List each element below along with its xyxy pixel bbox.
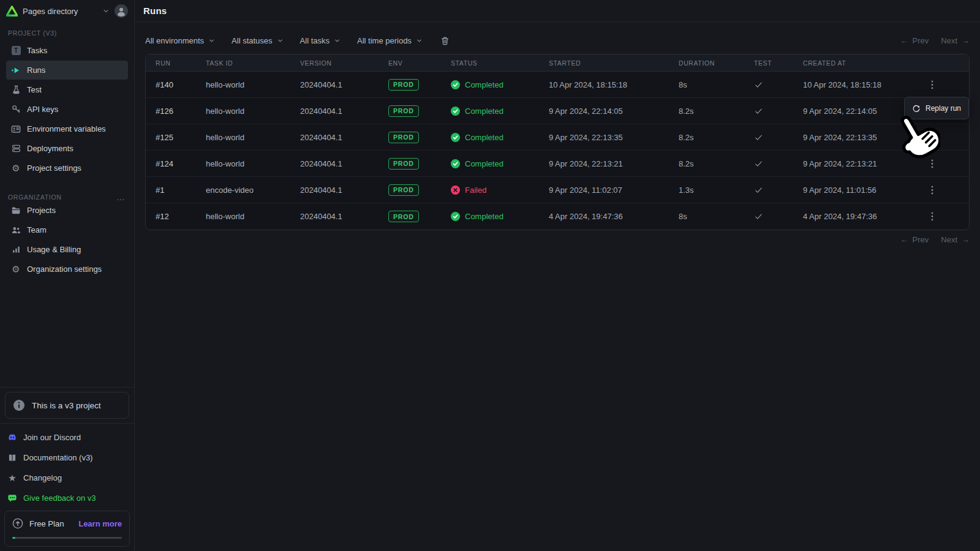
bar-chart-icon <box>11 245 21 255</box>
table-row[interactable]: #126 hello-world 20240404.1 PROD Complet… <box>146 98 969 124</box>
avatar[interactable] <box>115 4 128 18</box>
version: 20240404.1 <box>300 212 388 221</box>
test-cell <box>754 107 803 116</box>
prev-page-button[interactable]: ← Prev <box>900 235 929 244</box>
replay-run-button[interactable]: Replay run <box>904 97 969 119</box>
book-icon <box>7 453 17 463</box>
divider <box>0 387 134 388</box>
discord-icon <box>7 433 17 443</box>
run-id: #12 <box>156 212 206 221</box>
learn-more-link[interactable]: Learn more <box>78 519 122 528</box>
status-cell: Completed <box>451 107 549 116</box>
duration: 1.3s <box>679 186 754 195</box>
pagination-bottom: ← Prev Next → <box>145 235 970 244</box>
row-menu-button[interactable] <box>926 209 938 224</box>
table-row[interactable]: #124 hello-world 20240404.1 PROD Complet… <box>146 151 969 177</box>
test-check-icon <box>754 186 763 195</box>
row-menu-button[interactable] <box>926 156 938 171</box>
filter-time-periods[interactable]: All time periods <box>357 36 423 45</box>
table-row[interactable]: #1 encode-video 20240404.1 PROD Failed 9… <box>146 177 969 203</box>
check-circle-icon <box>451 80 460 89</box>
actions-cell <box>926 156 969 171</box>
key-icon <box>11 105 21 114</box>
chevron-down-icon <box>334 37 341 44</box>
team-icon <box>11 225 21 235</box>
runs-table: RUN TASK ID VERSION ENV STATUS STARTED D… <box>145 54 970 230</box>
sidebar-item-test[interactable]: Test <box>6 80 128 99</box>
filters: All environments All statuses All tasks … <box>145 35 451 47</box>
runs-content: All environments All statuses All tasks … <box>135 22 980 244</box>
version: 20240404.1 <box>300 133 388 142</box>
table-row[interactable]: #140 hello-world 20240404.1 PROD Complet… <box>146 72 969 98</box>
actions-cell <box>926 130 969 145</box>
version: 20240404.1 <box>300 80 388 89</box>
status-label: Completed <box>465 80 503 89</box>
organization-menu-button[interactable]: … <box>114 194 128 200</box>
kebab-icon <box>931 80 933 89</box>
link-label: Changelog <box>23 473 62 482</box>
sidebar-item-environment-variables[interactable]: Environment variables <box>6 119 128 138</box>
table-body: #140 hello-world 20240404.1 PROD Complet… <box>146 72 969 230</box>
env-cell: PROD <box>388 184 451 196</box>
filter-environments[interactable]: All environments <box>145 36 215 45</box>
sidebar-item-label: Usage & Billing <box>27 245 81 254</box>
sidebar-item-deployments[interactable]: Deployments <box>6 139 128 158</box>
actions-cell <box>926 182 969 198</box>
test-check-icon <box>754 80 763 89</box>
link-changelog[interactable]: ★ Changelog <box>0 468 134 488</box>
sidebar-item-team[interactable]: Team <box>6 220 128 239</box>
version: 20240404.1 <box>300 186 388 195</box>
sidebar-item-label: Test <box>27 85 42 94</box>
sidebar-item-organization-settings[interactable]: ⚙ Organization settings <box>6 260 128 279</box>
plan-box: Free Plan Learn more <box>4 511 130 547</box>
prev-page-button[interactable]: ← Prev <box>900 36 929 45</box>
sidebar-item-label: Project settings <box>27 163 81 173</box>
next-page-button[interactable]: Next → <box>941 235 970 244</box>
clear-filters-button[interactable] <box>439 35 451 47</box>
table-row[interactable]: #12 hello-world 20240404.1 PROD Complete… <box>146 203 969 230</box>
tasks-icon: T <box>11 46 21 56</box>
env-cell: PROD <box>388 158 451 170</box>
filter-tasks[interactable]: All tasks <box>300 36 341 45</box>
sidebar-item-projects[interactable]: Projects <box>6 201 128 220</box>
table-row[interactable]: #125 hello-world 20240404.1 PROD Complet… <box>146 124 969 151</box>
arrow-left-icon: ← <box>900 235 908 244</box>
sidebar-item-label: Projects <box>27 206 56 215</box>
sidebar-item-usage-billing[interactable]: Usage & Billing <box>6 240 128 259</box>
chevron-down-icon <box>277 37 284 44</box>
sidebar-item-label: Environment variables <box>27 124 106 133</box>
star-icon: ★ <box>7 473 17 483</box>
status-cell: Completed <box>451 80 549 89</box>
sidebar-item-project-settings[interactable]: ⚙ Project settings <box>6 159 128 178</box>
next-page-button[interactable]: Next → <box>941 36 970 45</box>
created-at: 4 Apr 2024, 19:47:36 <box>803 212 926 221</box>
link-label: Join our Discord <box>23 433 81 442</box>
row-menu-button[interactable] <box>926 77 938 92</box>
run-id: #125 <box>156 133 206 142</box>
created-at: 9 Apr 2024, 11:01:56 <box>803 186 926 195</box>
plan-name: Free Plan <box>29 519 64 528</box>
organization-section-label: ORGANIZATION <box>8 193 62 201</box>
created-at: 10 Apr 2024, 18:15:18 <box>803 80 926 89</box>
filter-statuses[interactable]: All statuses <box>232 36 283 45</box>
column-header-version: VERSION <box>300 59 388 67</box>
row-menu-button[interactable] <box>926 130 938 145</box>
test-cell <box>754 159 803 168</box>
sidebar-nav: PROJECT (V3) T Tasks Runs Test <box>0 22 134 279</box>
row-menu-button[interactable] <box>926 182 938 198</box>
link-join-discord[interactable]: Join our Discord <box>0 427 134 448</box>
sidebar-item-runs[interactable]: Runs <box>6 61 128 80</box>
env-badge: PROD <box>388 105 419 117</box>
sidebar-item-api-keys[interactable]: API keys <box>6 100 128 119</box>
sidebar-item-tasks[interactable]: T Tasks <box>6 41 128 60</box>
column-header-task-id: TASK ID <box>206 59 300 67</box>
link-give-feedback[interactable]: Give feedback on v3 <box>0 488 134 508</box>
duration: 8.2s <box>679 159 754 168</box>
link-documentation[interactable]: Documentation (v3) <box>0 448 134 468</box>
column-header-status: STATUS <box>451 59 549 67</box>
status-label: Completed <box>465 159 503 168</box>
workspace-switcher[interactable]: Pages directory <box>0 0 134 22</box>
filter-label: All environments <box>145 36 204 45</box>
filter-label: All tasks <box>300 36 330 45</box>
started-at: 10 Apr 2024, 18:15:18 <box>549 80 679 89</box>
